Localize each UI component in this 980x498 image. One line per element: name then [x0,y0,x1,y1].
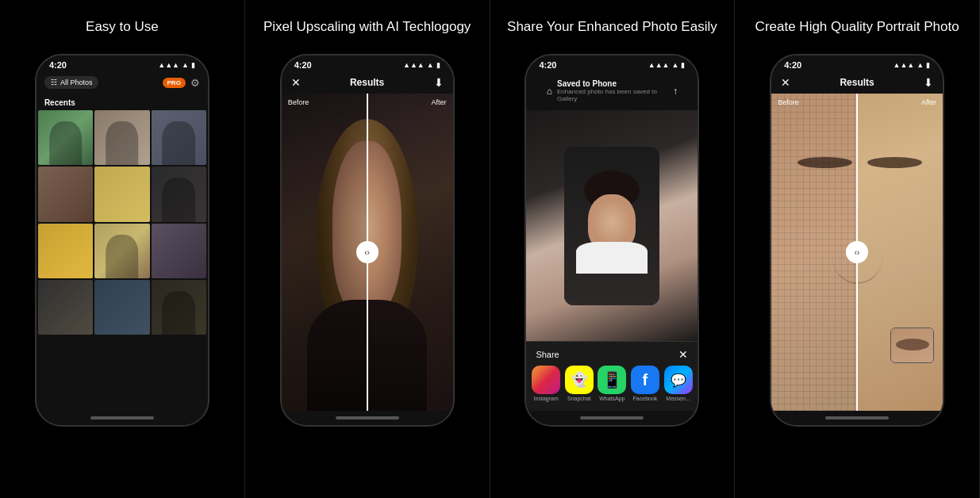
recents-label: Recents [37,94,208,110]
photo-cell[interactable] [38,110,93,165]
status-time-1: 4:20 [49,60,67,70]
home-bar-1 [37,411,208,425]
panel-portrait: Create High Quality Portrait Photo 4:20 … [735,0,980,498]
gallery-screen: ☷ All Photos PRO ⚙ Recents [37,71,208,411]
share-app-facebook[interactable]: f Facebook [631,366,659,401]
share-sheet-header: Share ✕ [526,348,698,366]
facebook-icon: f [631,366,659,394]
pro-badge[interactable]: PRO [163,78,186,88]
photo-cell[interactable] [38,280,93,335]
phone-4: 4:20 ▲▲▲ ▲ ▮ ✕ Results ⬇ Before After [770,54,944,427]
facebook-label: Facebook [633,396,658,401]
whatsapp-icon: 📱 [598,366,626,394]
comparison-container[interactable]: Before After ‹› [282,94,453,411]
all-photos-button[interactable]: ☷ All Photos [44,76,99,89]
signal-icon: ▲▲▲ [893,61,914,69]
status-time-3: 4:20 [539,60,556,70]
snapchat-label: Snapchat [567,396,591,401]
pixel-overlay [771,94,857,411]
before-label-4: Before [778,98,799,106]
status-time-4: 4:20 [784,60,801,70]
share-app-instagram[interactable]: Instagram [532,366,560,401]
status-bar-1: 4:20 ▲▲▲ ▲ ▮ [37,56,208,71]
photo-cell[interactable] [94,280,149,335]
home-indicator [825,416,889,419]
photo-cell[interactable] [94,110,149,165]
status-icons-3: ▲▲▲ ▲ ▮ [648,61,686,69]
all-photos-label: All Photos [60,79,93,86]
messenger-label: Messen... [666,396,690,401]
wifi-icon: ▲ [917,61,924,69]
divider-handle[interactable]: ‹› [356,241,379,263]
saved-subtitle: Enhanced photo has been saved to Gallery [557,88,668,102]
messenger-icon: 💬 [664,366,693,394]
instagram-icon [532,366,560,394]
photo-cell[interactable] [152,167,206,221]
status-icons-2: ▲▲▲ ▲ ▮ [403,61,440,69]
home-icon: ⌂ [547,86,552,97]
photo-cell[interactable] [94,224,149,278]
before-overlay [282,94,367,411]
home-bar-3 [526,411,698,425]
download-button[interactable]: ⬇ [434,76,444,89]
gallery-header: ☷ All Photos PRO ⚙ [37,71,208,94]
phone-3: 4:20 ▲▲▲ ▲ ▮ ⌂ Saved to Phone Enhanced p… [525,54,699,427]
results-title: Results [350,77,384,88]
panel3-title: Share Your Enhanced Photo Easily [507,8,717,46]
photo-cell[interactable] [38,167,93,221]
portrait-photo [526,110,698,341]
close-button-4[interactable]: ✕ [781,76,790,89]
wifi-icon: ▲ [427,61,434,69]
share-sheet: Share ✕ Instagram 👻 Snapchat 📱 WhatsApp … [526,341,698,411]
share-icon[interactable]: ↑ [673,86,678,97]
results-header: ✕ Results ⬇ [282,71,453,94]
face-comparison[interactable]: Before After ‹› [771,94,943,411]
thumbnail-inset [890,328,934,363]
status-bar-4: 4:20 ▲▲▲ ▲ ▮ [771,56,943,71]
home-bar-4 [771,411,943,425]
share-close-button[interactable]: ✕ [678,348,688,361]
saved-text: Saved to Phone Enhanced photo has been s… [557,79,668,102]
results-header-4: ✕ Results ⬇ [771,71,943,94]
signal-icon: ▲▲▲ [158,61,179,69]
photo-cell[interactable] [152,110,206,165]
home-indicator [580,416,644,419]
panel1-title: Easy to Use [86,8,159,46]
panel2-title: Pixel Upscaling with AI Techlogogy [263,8,471,46]
battery-icon: ▮ [436,61,440,69]
thumb-eye [896,339,929,351]
photo-cell[interactable] [152,224,206,278]
photo-cell[interactable] [38,224,93,278]
photo-cell[interactable] [152,280,206,335]
status-bar-2: 4:20 ▲▲▲ ▲ ▮ [282,56,453,71]
status-icons-4: ▲▲▲ ▲ ▮ [893,61,930,69]
status-icons-1: ▲▲▲ ▲ ▮ [158,61,195,69]
panel4-title: Create High Quality Portrait Photo [755,8,959,46]
gear-icon[interactable]: ⚙ [190,77,200,89]
share-app-messenger[interactable]: 💬 Messen... [664,366,693,401]
photo-cell[interactable] [94,167,149,221]
divider-handle-4[interactable]: ‹› [846,241,868,263]
saved-title: Saved to Phone [557,79,668,88]
home-indicator [90,416,154,419]
download-button-4[interactable]: ⬇ [924,76,933,89]
photos-icon: ☷ [51,79,57,86]
phone-1: 4:20 ▲▲▲ ▲ ▮ ☷ All Photos PRO ⚙ Recents [35,54,209,427]
share-app-snapchat[interactable]: 👻 Snapchat [565,366,594,401]
phone-2: 4:20 ▲▲▲ ▲ ▮ ✕ Results ⬇ Before After ‹› [280,54,455,427]
close-button[interactable]: ✕ [291,76,301,89]
before-label: Before [288,98,309,106]
instagram-label: Instagram [534,396,559,401]
signal-icon: ▲▲▲ [648,61,670,69]
after-label-4: After [921,98,936,106]
whatsapp-label: WhatsApp [599,396,625,401]
after-label: After [432,98,447,106]
signal-icon: ▲▲▲ [403,61,425,69]
battery-icon: ▮ [191,61,195,69]
snapchat-icon: 👻 [565,366,594,394]
photo-grid [37,110,208,335]
share-app-whatsapp[interactable]: 📱 WhatsApp [598,366,626,401]
status-bar-3: 4:20 ▲▲▲ ▲ ▮ [526,56,698,71]
wifi-icon: ▲ [671,61,678,69]
saved-header: ⌂ Saved to Phone Enhanced photo has been… [526,71,698,110]
